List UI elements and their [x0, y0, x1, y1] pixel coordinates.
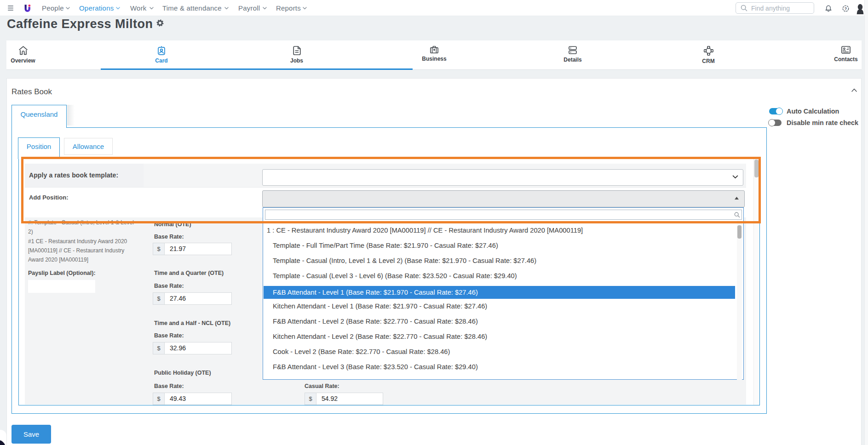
svg-text:?: ?	[845, 6, 847, 11]
